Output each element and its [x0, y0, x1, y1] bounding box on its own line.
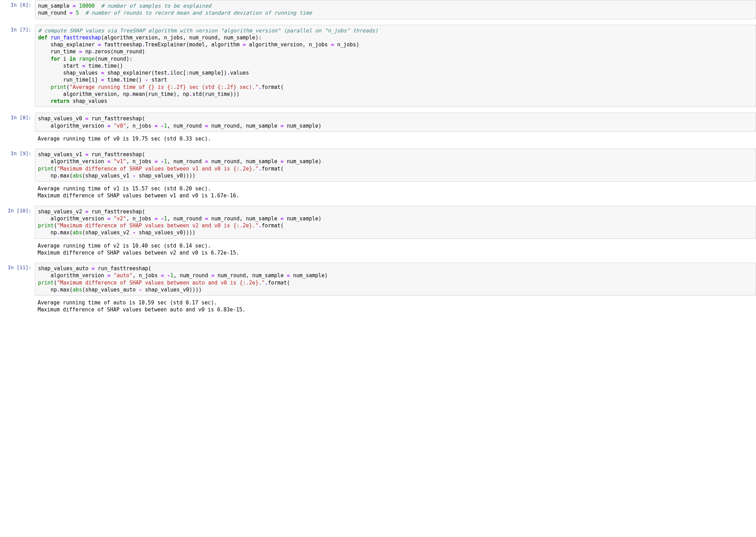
code-text[interactable]: shap_values_auto = run_fasttreeshap( alg… [38, 265, 753, 293]
code-input[interactable]: num_sample = 10000 # number of samples t… [35, 0, 756, 19]
output-prompt [0, 183, 35, 204]
output-text: Average running time of v0 is 19.75 sec … [38, 135, 753, 142]
output-cell: Average running time of v2 is 10.40 sec … [0, 240, 756, 262]
input-prompt: In [10]: [0, 206, 35, 239]
output-prompt [0, 297, 35, 318]
code-text[interactable]: num_sample = 10000 # number of samples t… [38, 2, 753, 17]
stdout-output: Average running time of auto is 10.59 se… [35, 297, 756, 318]
code-cell[interactable]: In [9]:shap_values_v1 = run_fasttreeshap… [0, 149, 756, 182]
code-input[interactable]: shap_values_v2 = run_fasttreeshap( algor… [35, 206, 756, 239]
output-cell: Average running time of auto is 10.59 se… [0, 297, 756, 318]
output-prompt [0, 240, 35, 262]
stdout-output: Average running time of v1 is 15.57 sec … [35, 183, 756, 204]
code-text[interactable]: shap_values_v1 = run_fasttreeshap( algor… [38, 151, 753, 179]
output-prompt [0, 133, 35, 147]
output-text: Average running time of v1 is 15.57 sec … [38, 185, 753, 199]
code-input[interactable]: shap_values_v0 = run_fasttreeshap( algor… [35, 113, 756, 132]
code-text[interactable]: shap_values_v0 = run_fasttreeshap( algor… [38, 115, 753, 129]
input-prompt: In [8]: [0, 113, 35, 132]
code-input[interactable]: shap_values_auto = run_fasttreeshap( alg… [35, 263, 756, 296]
input-prompt: In [7]: [0, 25, 35, 107]
output-cell: Average running time of v1 is 15.57 sec … [0, 183, 756, 204]
code-cell[interactable]: In [8]:shap_values_v0 = run_fasttreeshap… [0, 113, 756, 132]
code-input[interactable]: shap_values_v1 = run_fasttreeshap( algor… [35, 149, 756, 182]
input-prompt: In [11]: [0, 263, 35, 296]
output-text: Average running time of auto is 10.59 se… [38, 299, 753, 313]
code-text[interactable]: # compute SHAP values via TreeSHAP algor… [38, 27, 753, 105]
code-cell[interactable]: In [7]:# compute SHAP values via TreeSHA… [0, 25, 756, 107]
code-input[interactable]: # compute SHAP values via TreeSHAP algor… [35, 25, 756, 107]
code-cell[interactable]: In [11]:shap_values_auto = run_fasttrees… [0, 263, 756, 296]
input-prompt: In [9]: [0, 149, 35, 182]
output-cell: Average running time of v0 is 19.75 sec … [0, 133, 756, 147]
notebook: In [6]:num_sample = 10000 # number of sa… [0, 0, 756, 318]
output-text: Average running time of v2 is 10.40 sec … [38, 242, 753, 257]
code-cell[interactable]: In [10]:shap_values_v2 = run_fasttreesha… [0, 206, 756, 239]
code-text[interactable]: shap_values_v2 = run_fasttreeshap( algor… [38, 208, 753, 236]
input-prompt: In [6]: [0, 0, 35, 19]
code-cell[interactable]: In [6]:num_sample = 10000 # number of sa… [0, 0, 756, 19]
stdout-output: Average running time of v0 is 19.75 sec … [35, 133, 756, 147]
stdout-output: Average running time of v2 is 10.40 sec … [35, 240, 756, 262]
